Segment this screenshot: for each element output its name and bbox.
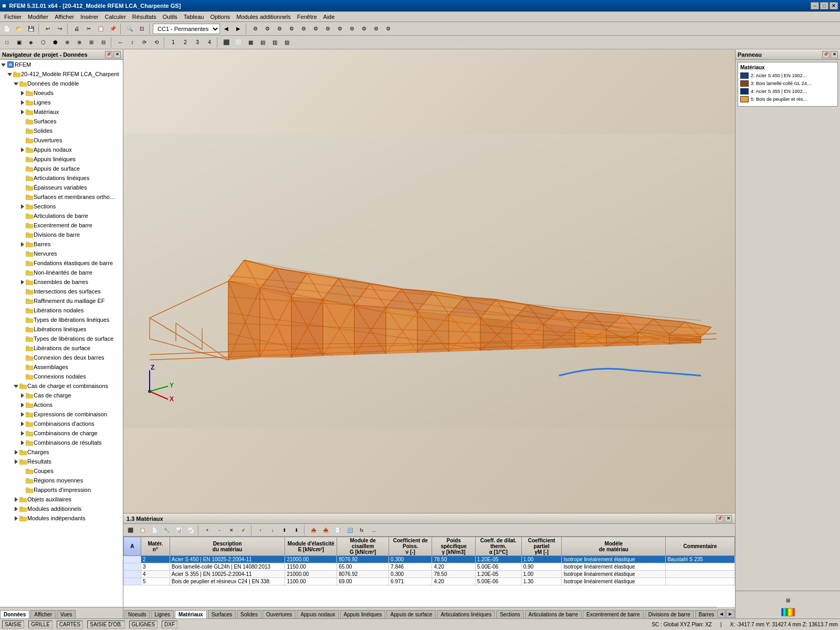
bt4[interactable]: 🔧 [161, 524, 172, 536]
table-cell[interactable]: Isotrope linéairement élastique [562, 571, 666, 578]
r2t15[interactable]: 2 [180, 37, 191, 48]
right-tool1[interactable]: ⊞ [781, 593, 795, 607]
bt2[interactable]: 📋 [136, 524, 148, 536]
table-tab-divisions-de-barre[interactable]: Divisions de barre [645, 610, 694, 618]
tree-item[interactable]: Types de libérations linéiques [0, 315, 123, 324]
table-row[interactable]: 4Acier S 355 | EN 10025-2:2004-1121000.0… [124, 571, 735, 578]
right-close-btn[interactable]: ✕ [831, 51, 838, 58]
table-cell[interactable]: 78.50 [432, 556, 475, 563]
table-cell[interactable]: 1.20E-05 [475, 556, 521, 563]
bt12[interactable]: ↓ [267, 524, 278, 536]
nav-close-btn[interactable]: ✕ [113, 51, 121, 58]
tree-item[interactable]: Non-linéarités de barre [0, 268, 123, 277]
table-cell[interactable]: 0.300 [389, 556, 432, 563]
status-saisie[interactable]: SAISIE [2, 621, 24, 628]
table-cell[interactable]: 21000.00 [285, 556, 337, 563]
table-cell[interactable]: 69.00 [337, 578, 389, 585]
status-cartes[interactable]: CARTES [57, 621, 83, 628]
table-cell[interactable]: 2 [141, 556, 170, 563]
table-cell[interactable]: Isotrope linéairement élastique [562, 563, 666, 571]
r2t1[interactable]: □ [1, 37, 13, 48]
copy-btn[interactable]: 📋 [95, 23, 107, 35]
menu-modifier[interactable]: Modifier [25, 13, 51, 21]
r2t2[interactable]: ▣ [13, 37, 25, 48]
tree-item[interactable]: Connexion des deux barres [0, 353, 123, 362]
tree-item[interactable]: Coupes [0, 466, 123, 476]
tree-item[interactable]: Ouvertures [0, 135, 123, 145]
menu-résultats[interactable]: Résultats [129, 13, 160, 21]
nav-pin-btn[interactable]: 📌 [105, 51, 112, 58]
menu-fichier[interactable]: Fichier [1, 13, 25, 21]
right-pin-btn[interactable]: 📌 [822, 51, 830, 58]
table-cell[interactable]: 6.971 [389, 578, 432, 585]
table-row[interactable]: 2Acier S 450 | EN 10025-2:2004-1121000.0… [124, 556, 735, 563]
table-tab-barres[interactable]: Barres [695, 610, 717, 618]
status-saisie-ob[interactable]: SAISIE D'OB. [87, 621, 124, 628]
tree-item[interactable]: Données de modèle [0, 79, 123, 88]
title-bar-controls[interactable]: ─ □ ✕ [811, 2, 838, 9]
bt20[interactable]: ... [368, 524, 380, 536]
table-cell[interactable]: 3 [141, 563, 170, 571]
table-cell[interactable]: Isotrope linéairement élastique [562, 556, 666, 563]
undo-btn[interactable]: ↩ [42, 23, 54, 35]
menu-modules_additionnels[interactable]: Modules additionnels [233, 13, 293, 21]
tab-vues[interactable]: Vues [57, 610, 76, 618]
cut-btn[interactable]: ✂ [83, 23, 94, 35]
save-btn[interactable]: 💾 [25, 23, 37, 35]
r2t18[interactable]: ⬛ [220, 37, 232, 48]
tree-item[interactable]: Régions moyennes [0, 476, 123, 485]
table-tab-articulations-linéiques[interactable]: Articulations linéiques [437, 610, 495, 618]
tab-afficher[interactable]: Afficher [30, 610, 56, 618]
r2t14[interactable]: 1 [167, 37, 179, 48]
table-tab-noeuds[interactable]: Noeuds [124, 610, 150, 618]
tab-scroll-right[interactable]: ▶ [726, 610, 734, 618]
bt17[interactable]: 📑 [332, 524, 343, 536]
print-btn[interactable]: 🖨 [71, 23, 82, 35]
next-btn[interactable]: ▶ [233, 23, 244, 35]
tree-item[interactable]: Combinaisons de résultats [0, 438, 123, 447]
r2t21[interactable]: ▤ [257, 37, 268, 48]
tree-item[interactable]: Objets auxiliaires [0, 495, 123, 504]
prev-btn[interactable]: ◀ [220, 23, 232, 35]
table-cell[interactable]: Bois lamellé-collé GL24h | EN 14080:2013 [170, 563, 285, 571]
table-cell[interactable]: 1.00 [521, 571, 562, 578]
r2t9[interactable]: ⊟ [98, 37, 109, 48]
tree-item[interactable]: Libérations linéiques [0, 324, 123, 334]
r2t8[interactable]: ⊞ [86, 37, 97, 48]
bt8[interactable]: - [214, 524, 225, 536]
tree-item[interactable]: Surfaces [0, 117, 123, 126]
tree-item[interactable]: Épaisseurs variables [0, 183, 123, 192]
r2t10[interactable]: ↔ [114, 37, 126, 48]
tree-item[interactable]: Charges [0, 447, 123, 457]
tree-item[interactable]: Raffinement du maillage EF [0, 296, 123, 306]
bt13[interactable]: ⬆ [279, 524, 290, 536]
tree-item[interactable]: Modules additionnels [0, 504, 123, 513]
table-cell[interactable]: 1150.00 [285, 563, 337, 571]
status-dxf[interactable]: DXF [162, 621, 177, 628]
table-cell[interactable]: 8076.92 [337, 556, 389, 563]
menu-aide[interactable]: Aide [320, 13, 338, 21]
r2t13[interactable]: ⟲ [151, 37, 162, 48]
table-tab-articulations-de-barre[interactable]: Articulations de barre [525, 610, 582, 618]
table-row[interactable]: 3Bois lamellé-collé GL24h | EN 14080:201… [124, 563, 735, 571]
table-cell[interactable]: 8076.92 [337, 571, 389, 578]
tree-item[interactable]: Cas de charge et combinaisons [0, 381, 123, 391]
load-case-dropdown[interactable]: CC1 - Permanentes [153, 24, 220, 34]
table-cell[interactable]: 4.20 [432, 563, 475, 571]
bt10[interactable]: ✓ [238, 524, 249, 536]
viewport-3d[interactable]: Z X Y [123, 49, 735, 513]
bottom-panel-header-btns[interactable]: 📌 ✕ [716, 515, 732, 522]
tree-item[interactable]: Libérations de surface [0, 343, 123, 353]
table-tab-appuis-linéiques[interactable]: Appuis linéiques [340, 610, 386, 618]
tree-item[interactable]: Types de libérations de surface [0, 334, 123, 343]
table-cell[interactable]: 5 [141, 578, 170, 585]
r2t22[interactable]: ▥ [269, 37, 280, 48]
tree-item[interactable]: Noeuds [0, 88, 123, 98]
bt7[interactable]: + [202, 524, 213, 536]
table-cell[interactable]: 65.00 [337, 563, 389, 571]
bt3[interactable]: 📄 [149, 524, 160, 536]
r2t5[interactable]: ⬢ [49, 37, 61, 48]
tool9[interactable]: ⚙ [346, 23, 358, 35]
menu-insérer[interactable]: Insérer [77, 13, 101, 21]
table-tab-ouvertures[interactable]: Ouvertures [262, 610, 296, 618]
